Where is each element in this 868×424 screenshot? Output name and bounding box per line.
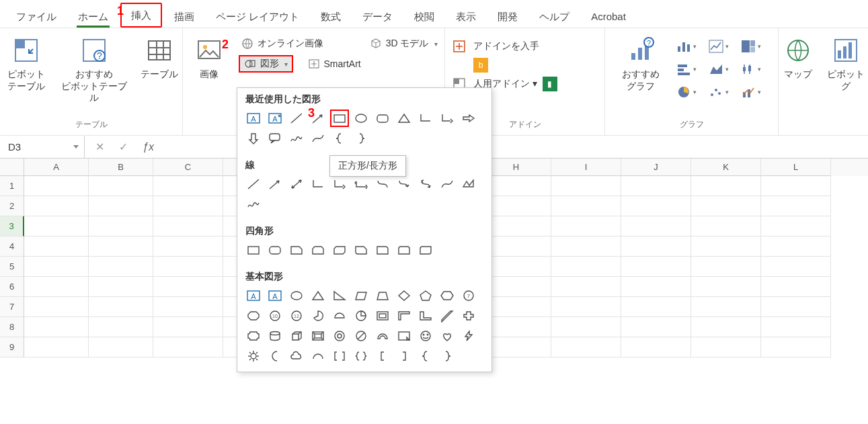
cell[interactable] — [153, 277, 223, 297]
shape-pie[interactable] — [309, 307, 327, 325]
cell[interactable] — [621, 277, 691, 297]
tab-home[interactable]: ホーム — [69, 5, 118, 28]
recommended-pivot-button[interactable]: ? おすすめ ピボットテーブル — [61, 32, 128, 116]
shape-sun[interactable] — [244, 347, 263, 365]
shape-scribble2[interactable] — [244, 196, 263, 213]
shape-round-diag[interactable] — [416, 241, 435, 259]
cell[interactable] — [551, 176, 621, 196]
shape-arc[interactable] — [309, 347, 327, 365]
shape-curved-conn[interactable] — [373, 175, 392, 193]
cell[interactable] — [24, 216, 89, 237]
row-header[interactable]: 3 — [0, 216, 24, 237]
shape-half-frame[interactable] — [395, 307, 413, 325]
cell[interactable] — [761, 317, 831, 337]
pivot-chart-button[interactable]: ピボットグ — [824, 32, 867, 116]
cell[interactable] — [551, 277, 621, 297]
accept-formula-icon[interactable]: ✓ — [119, 140, 128, 153]
shape-line2[interactable] — [244, 175, 263, 193]
row-header[interactable]: 1 — [0, 176, 24, 196]
shape-l-shape[interactable] — [416, 307, 435, 325]
shape-double-bracket[interactable] — [330, 347, 349, 365]
shape-left-brace[interactable] — [330, 130, 349, 147]
shape-octagon[interactable] — [244, 307, 263, 325]
cell[interactable] — [551, 317, 621, 337]
shape-textbox-v2[interactable]: A — [266, 287, 284, 304]
shape-right-brace2[interactable] — [438, 347, 457, 365]
shape-round-single[interactable] — [373, 241, 392, 259]
cell[interactable] — [761, 196, 831, 216]
cell[interactable] — [551, 337, 621, 357]
tab-review[interactable]: 校閲 — [405, 5, 444, 28]
shape-can[interactable] — [266, 327, 284, 345]
cell[interactable] — [621, 237, 691, 257]
shape-folded-corner[interactable] — [395, 327, 413, 345]
shape-right-brace[interactable] — [352, 130, 370, 147]
column-header[interactable]: K — [691, 159, 761, 176]
cell[interactable] — [691, 337, 761, 357]
cell[interactable] — [153, 317, 223, 337]
tab-formulas[interactable]: 数式 — [311, 5, 350, 28]
cell[interactable] — [621, 257, 691, 277]
cell[interactable] — [551, 257, 621, 277]
cell[interactable] — [89, 176, 153, 196]
cell[interactable] — [24, 237, 89, 257]
tab-developer[interactable]: 開発 — [488, 5, 527, 28]
cell[interactable] — [89, 277, 153, 297]
tab-data[interactable]: データ — [353, 5, 402, 28]
tab-help[interactable]: ヘルプ — [530, 5, 579, 28]
column-chart-button[interactable]: ▾ — [672, 36, 701, 56]
cell[interactable] — [621, 297, 691, 317]
shape-round-rect[interactable] — [266, 241, 284, 259]
shape-elbow-double[interactable] — [352, 175, 370, 193]
cell[interactable] — [24, 196, 89, 216]
shape-trapezoid[interactable] — [373, 287, 392, 304]
shape-triangle[interactable] — [395, 110, 413, 127]
name-box[interactable]: D3 — [0, 136, 85, 159]
tab-acrobat[interactable]: Acrobat — [582, 5, 635, 28]
cell[interactable] — [89, 196, 153, 216]
shape-callout[interactable] — [266, 130, 284, 147]
treemap-chart-button[interactable]: ▾ — [736, 36, 766, 56]
column-header[interactable]: L — [761, 159, 831, 176]
cell[interactable] — [24, 176, 89, 196]
cell[interactable] — [89, 216, 153, 237]
cell[interactable] — [24, 257, 89, 277]
shape-double-brace[interactable] — [352, 347, 370, 365]
cell[interactable] — [621, 317, 691, 337]
cell[interactable] — [691, 237, 761, 257]
cell[interactable] — [153, 216, 223, 237]
shape-left-bracket[interactable] — [373, 347, 392, 365]
recommended-charts-button[interactable]: ? おすすめ グラフ — [618, 32, 664, 116]
shape-textbox-h[interactable]: A — [244, 110, 263, 127]
cell[interactable] — [24, 317, 89, 337]
shape-teardrop[interactable] — [352, 307, 370, 325]
tab-view[interactable]: 表示 — [446, 5, 485, 28]
row-header[interactable]: 2 — [0, 196, 24, 216]
cancel-formula-icon[interactable]: ✕ — [95, 140, 104, 153]
shape-elbow2[interactable] — [309, 175, 327, 193]
shape-curve[interactable] — [309, 130, 327, 147]
shape-elbow[interactable] — [416, 110, 435, 127]
row-header[interactable]: 8 — [0, 317, 24, 337]
shape-plus[interactable] — [459, 307, 478, 325]
shape-rt-triangle[interactable] — [330, 287, 349, 304]
cell[interactable] — [761, 297, 831, 317]
row-header[interactable]: 9 — [0, 337, 24, 357]
fx-icon[interactable]: ƒx — [143, 141, 154, 153]
cell[interactable] — [691, 216, 761, 237]
cell[interactable] — [691, 317, 761, 337]
cell[interactable] — [761, 337, 831, 357]
shape-elbow-arrow2[interactable] — [330, 175, 349, 193]
stock-chart-button[interactable]: ▾ — [736, 59, 766, 79]
cell[interactable] — [551, 216, 621, 237]
cell[interactable] — [153, 337, 223, 357]
cell[interactable] — [24, 337, 89, 357]
shape-line-arrow[interactable] — [266, 175, 284, 193]
cell[interactable] — [153, 257, 223, 277]
cell[interactable] — [24, 277, 89, 297]
shape-bevel[interactable] — [309, 327, 327, 345]
cell[interactable] — [761, 176, 831, 196]
cell[interactable] — [691, 196, 761, 216]
tab-draw[interactable]: 描画 — [165, 5, 204, 28]
column-header[interactable]: J — [621, 159, 691, 176]
